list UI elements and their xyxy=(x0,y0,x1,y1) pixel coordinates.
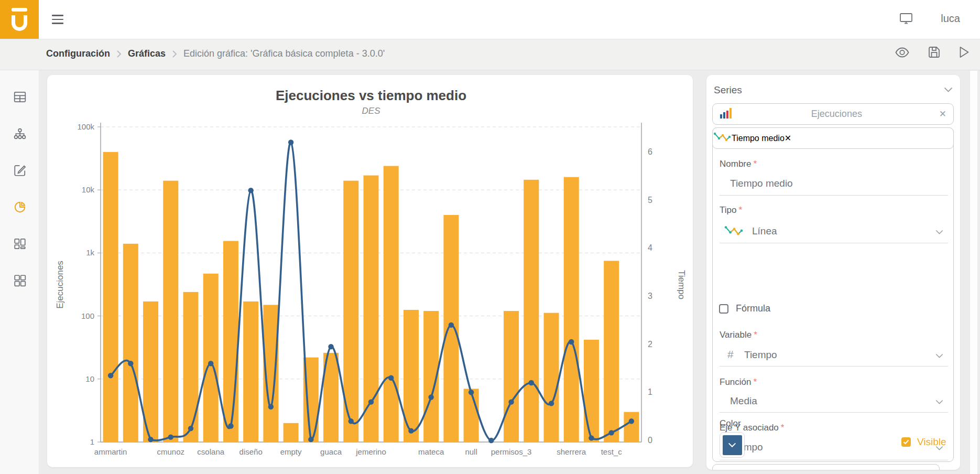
nombre-label: Nombre* xyxy=(720,159,757,169)
breadcrumb-bar: Configuración Gráficas Edición gráfica: … xyxy=(0,39,980,70)
line-point xyxy=(569,339,574,344)
right-axis-tick-label: 1 xyxy=(648,387,652,396)
series-chip-tiempo-medio[interactable]: Tiempo medio ✕ xyxy=(712,127,954,149)
chevron-right-icon xyxy=(172,50,177,58)
bar xyxy=(524,180,539,442)
line-point xyxy=(148,437,153,442)
left-axis-tick-label: 1k xyxy=(86,248,94,257)
required-asterisk: * xyxy=(754,330,757,340)
required-asterisk: * xyxy=(781,423,785,433)
tipo-select[interactable]: Línea xyxy=(752,225,777,237)
series-chip-label: Tiempo medio xyxy=(732,134,785,143)
required-asterisk: * xyxy=(753,377,757,387)
left-axis-tick-label: 10 xyxy=(85,374,94,383)
next-series-chip-peek[interactable] xyxy=(712,464,940,470)
run-play-icon[interactable] xyxy=(959,46,970,60)
breadcrumb-graficas[interactable]: Gráficas xyxy=(128,48,166,59)
line-point xyxy=(328,344,333,349)
line-point xyxy=(268,404,274,410)
hamburger-menu-icon[interactable] xyxy=(52,15,64,24)
chevron-down-icon[interactable] xyxy=(944,85,953,95)
series-chip-label: Ejecuciones xyxy=(734,109,939,120)
bar xyxy=(284,423,299,442)
nombre-underline xyxy=(720,195,948,196)
chevron-down-icon[interactable] xyxy=(935,351,943,361)
bar xyxy=(203,274,219,442)
right-axis-tick-label: 0 xyxy=(648,436,652,445)
left-axis-tick-label: 100k xyxy=(77,122,94,131)
bar xyxy=(384,166,399,442)
top-bar: luca xyxy=(0,0,980,39)
line-point xyxy=(108,373,113,378)
scrollbar-gutter[interactable] xyxy=(970,71,977,474)
bar xyxy=(163,181,178,442)
breadcrumb-current-page: Edición gráfica: 'Gráfica básica complet… xyxy=(183,48,385,59)
sidebar-item-dashboards[interactable] xyxy=(13,237,27,251)
line-point xyxy=(228,423,233,428)
line-point xyxy=(608,430,614,435)
hash-icon: # xyxy=(727,348,734,361)
chart-title: Ejecuciones vs tiempo medio xyxy=(276,88,466,103)
user-name[interactable]: luca xyxy=(941,13,960,25)
right-axis-name: Tiempo xyxy=(677,270,687,299)
visible-checkbox-row[interactable]: Visible xyxy=(901,436,946,448)
chevron-down-icon[interactable] xyxy=(935,228,943,237)
line-point xyxy=(529,380,534,385)
line-point xyxy=(449,322,454,328)
nombre-input[interactable]: Tiempo medio xyxy=(730,178,793,189)
x-axis-label: diseño xyxy=(239,447,263,456)
line-chart-icon xyxy=(723,223,744,241)
save-icon[interactable] xyxy=(928,46,940,60)
line-point xyxy=(368,399,374,404)
variable-select[interactable]: Tiempo xyxy=(744,349,777,361)
variable-label: Variable* xyxy=(720,330,757,340)
chart-card: Ejecuciones vs tiempo medioDES100k10k1k1… xyxy=(47,75,693,467)
chevron-down-icon[interactable] xyxy=(935,397,943,407)
bar xyxy=(443,215,459,442)
breadcrumb-configuracion[interactable]: Configuración xyxy=(46,48,110,59)
variable-underline xyxy=(720,366,948,367)
series-panel: Series Ejecuciones ✕ xyxy=(706,75,960,470)
preview-eye-icon[interactable] xyxy=(895,47,909,60)
bar xyxy=(464,389,479,442)
line-point xyxy=(188,426,193,431)
formula-checkbox-row[interactable]: Fórmula xyxy=(719,303,770,314)
logo-u-glyph xyxy=(12,15,27,31)
sidebar-item-hierarchy[interactable] xyxy=(13,127,27,141)
funcion-select[interactable]: Media xyxy=(730,395,757,407)
color-picker-button[interactable] xyxy=(720,432,745,458)
sidebar-item-edit[interactable] xyxy=(13,164,27,177)
monitor-icon[interactable] xyxy=(899,12,913,27)
x-axis-label: mateca xyxy=(418,447,444,456)
close-icon[interactable]: ✕ xyxy=(939,109,946,120)
line-point xyxy=(308,437,313,442)
bar xyxy=(183,292,199,442)
line-point xyxy=(629,418,634,424)
right-axis-tick-label: 4 xyxy=(648,243,652,252)
close-icon[interactable]: ✕ xyxy=(785,133,791,143)
series-editor-card: Tiempo medio ✕ Nombre* Tiempo medio Tipo… xyxy=(712,127,954,462)
color-label: Color xyxy=(720,418,741,429)
bar-series-ejecuciones xyxy=(103,152,639,442)
visible-checkbox-checked[interactable] xyxy=(901,437,911,447)
app-logo[interactable] xyxy=(0,0,39,39)
breadcrumb: Configuración Gráficas Edición gráfica: … xyxy=(46,48,385,59)
x-axis-label: permisos_3 xyxy=(491,447,532,456)
x-axis-label: empty xyxy=(280,447,302,456)
series-section-header[interactable]: Series xyxy=(714,81,953,99)
chevron-right-icon xyxy=(116,50,122,58)
sidebar-item-tables[interactable] xyxy=(13,90,27,104)
line-point xyxy=(408,428,413,433)
bar xyxy=(243,301,258,442)
formula-checkbox-unchecked[interactable] xyxy=(719,304,728,314)
combo-chart[interactable]: Ejecuciones vs tiempo medioDES100k10k1k1… xyxy=(47,75,693,467)
eje-y-underline xyxy=(720,460,948,460)
line-point xyxy=(488,438,494,443)
chart-subtitle: DES xyxy=(362,106,381,116)
sidebar-item-apps-grid[interactable] xyxy=(13,274,27,287)
right-axis-tick-label: 6 xyxy=(648,147,652,156)
bar xyxy=(504,311,519,442)
series-chip-ejecuciones[interactable]: Ejecuciones ✕ xyxy=(712,103,954,125)
line-point xyxy=(549,401,554,406)
sidebar-item-charts[interactable] xyxy=(13,200,27,214)
